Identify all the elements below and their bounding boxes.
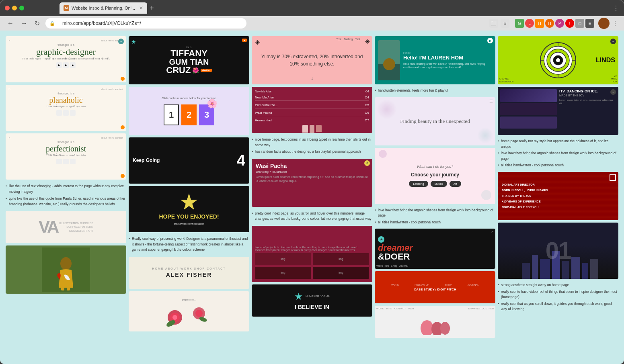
ext-4[interactable]: H: [545, 19, 554, 28]
new-tab-button[interactable]: +: [150, 4, 154, 12]
note-2-1: Really cool way of presenting work! Desi…: [129, 236, 249, 253]
card-floral[interactable]: graphic des...: [129, 291, 249, 331]
card-dreamer-doer[interactable]: ★ dreamer &DOER ↗ WorkInfoShopJournal: [375, 229, 495, 269]
bottle-3: [316, 125, 322, 133]
fortune-num-1[interactable]: 1: [164, 104, 179, 125]
ext-5[interactable]: P: [555, 19, 564, 28]
ext-8[interactable]: ≡: [585, 19, 594, 28]
card-nav-2: [9, 110, 123, 116]
fortune-num-2[interactable]: 2: [181, 104, 197, 125]
perfume-bottles: [255, 125, 369, 133]
browser-extensions: G L H H P ! ⬡ ≡: [515, 19, 594, 28]
watercolor-2: [477, 127, 493, 143]
bookmark-icon[interactable]: ☆: [501, 19, 509, 28]
chrome-menu[interactable]: ⋮: [612, 20, 618, 27]
tabs-list-button[interactable]: ⋮: [613, 4, 619, 12]
nav-dot-b: [63, 110, 69, 116]
linds-arrow[interactable]: →: [610, 39, 616, 44]
ylimay-text: Ylimay is 70% extraverted, 20% introvert…: [257, 53, 367, 67]
active-tab[interactable]: M Website Inspo & Planning, Onl... ✕: [60, 2, 147, 14]
journey-btn-1[interactable]: Lettering: [409, 181, 428, 187]
card-fortune[interactable]: Click on the numbers below for your fort…: [129, 87, 249, 135]
card-arrow-1[interactable]: →: [118, 39, 124, 44]
card-hope-enjoyed[interactable]: HOPE YOU ENJOYED! thisisawebsitebythedes…: [129, 186, 249, 232]
card-alex-fisher[interactable]: HOME ABOUT WORK SHOP CONTACT ALEX FISHER: [129, 257, 249, 289]
journey-btn-3[interactable]: Art: [450, 181, 461, 187]
wasi-body: Lorem ipsum dolor sit amet, consectetur …: [256, 175, 368, 183]
back-button[interactable]: ←: [6, 19, 15, 28]
reload-button[interactable]: ↻: [33, 19, 41, 28]
project-thumbnails: img img img img: [255, 253, 369, 279]
user-avatar[interactable]: [598, 18, 610, 29]
note-1-1: like the use of text changing - adds int…: [6, 184, 126, 194]
card-linds[interactable]: →: [498, 36, 618, 84]
column-2: ★ ▲ is a TIFFANY GUM TIAN CRUZ 🌺 she/her: [129, 36, 249, 358]
keep-going-num: 4: [237, 152, 245, 169]
card-digital-art[interactable]: DIGITAL ART DIRECTOR BORN IN SEOUL, LIVI…: [498, 172, 618, 220]
journey-btn-2[interactable]: Murals: [431, 181, 447, 187]
card-perfectionist[interactable]: haboutworkcontact thaongoc is a perfecti…: [6, 133, 126, 180]
minimize-button[interactable]: [12, 6, 17, 10]
itv-img-1: [500, 89, 557, 102]
lauren-text: Hello! Hello! I'M LAUREN HOM I'm a hand-…: [403, 51, 492, 69]
card-subtitle-1: Tôi là Thảo Ngọc — người bạn thân thiết …: [9, 57, 123, 61]
card-drawing-together[interactable]: WORKINFOCONTACTPLAY DRAWING TOGETHER: [375, 306, 495, 338]
lauren-hello: Hello!: [403, 51, 492, 54]
dreamer-bottom-nav: WorkInfoShopJournal: [376, 264, 408, 267]
tab-bar: M Website Inspo & Planning, Onl... ✕ +: [27, 2, 606, 14]
card-keep-going[interactable]: Keep Going 4: [129, 137, 249, 184]
card-va[interactable]: VA ILLUSTRATION BUNDLESSURFACE PATTERNCO…: [6, 211, 126, 243]
card-city-01[interactable]: 01: [498, 223, 618, 279]
journey-sub: Choose your journey: [411, 172, 459, 178]
eye-svg: [540, 42, 576, 78]
ext-3[interactable]: H: [535, 19, 544, 28]
card-believe[interactable]: ★ HI MAKER JOSMA I BELIEVE IN: [252, 284, 372, 317]
mini-nav-1: haboutworkcontact: [9, 39, 123, 42]
card-planaholic[interactable]: haboutworkcontact thaongoc is a planahol…: [6, 85, 126, 131]
ext-1[interactable]: G: [515, 19, 524, 28]
white-square: [610, 174, 616, 181]
thumb-2: img: [313, 253, 369, 265]
card-graphic-designer[interactable]: haboutworkcontact thaongoc is a graphic-…: [6, 36, 126, 82]
ext-6[interactable]: !: [565, 19, 574, 28]
card-index[interactable]: New Me AltarO4 New Me Altar O4 Primorata…: [252, 87, 372, 133]
card-ylimay[interactable]: ✳ Ylimay is 70% extraverted, 20% introve…: [252, 36, 372, 84]
close-button[interactable]: [5, 6, 10, 10]
ext-7[interactable]: ⬡: [575, 19, 584, 28]
tab-close-button[interactable]: ✕: [139, 5, 143, 11]
note-5-5: really cool to have video reel of things…: [498, 289, 618, 300]
lock-icon: 🔒: [49, 21, 55, 26]
ext-2[interactable]: L: [525, 19, 534, 28]
card-choose-journey[interactable]: What can I do for you? Choose your journ…: [375, 148, 495, 204]
card-itv[interactable]: → ITV. DANCING ON ICE. MAD: [498, 87, 618, 135]
ylimay-star: ✳: [365, 38, 370, 45]
nav-dot-e: [63, 159, 69, 164]
card-tiffany[interactable]: ★ ▲ is a TIFFANY GUM TIAN CRUZ 🌺 she/her: [129, 36, 249, 84]
wasi-pacha-sub: Branding + Illustration: [256, 170, 368, 174]
card-lauren-hom[interactable]: Hello! Hello! I'M LAUREN HOM I'm a hand-…: [375, 36, 495, 84]
miro-canvas[interactable]: haboutworkcontact thaongoc is a graphic-…: [0, 31, 624, 364]
card-wasi-pacha[interactable]: Wasi Pacha Branding + Illustration Lorem…: [252, 159, 372, 207]
tiffany-line2: TIFFANY: [166, 49, 211, 58]
bottle-1: [302, 125, 308, 133]
mini-nav-2: haboutworkcontact: [9, 88, 123, 90]
tab-label: Website Inspo & Planning, Onl...: [72, 6, 135, 10]
svg-rect-33: [582, 263, 588, 279]
url-container[interactable]: 🔒: [45, 18, 246, 29]
hi-maker: HI MAKER JOSMA: [306, 295, 330, 298]
fortune-num-3[interactable]: 3 🌸: [199, 104, 214, 125]
itv-arrow[interactable]: →: [610, 89, 616, 95]
lauren-name: Hello! I'M LAUREN HOM: [403, 55, 492, 61]
maximize-button[interactable]: [19, 6, 24, 10]
extensions-icon[interactable]: ⬜: [489, 19, 498, 28]
card-illustration[interactable]: [6, 245, 126, 294]
card-case-study[interactable]: WORK FOLLOW-UP SHOP JOURNAL CASE STUDY /…: [375, 271, 495, 303]
svg-rect-3: [67, 286, 70, 290]
svg-point-16: [440, 322, 450, 335]
forward-button[interactable]: →: [19, 19, 29, 28]
url-input[interactable]: [57, 18, 242, 28]
dreamer-text: dreamer: [378, 243, 492, 252]
card-finding-beauty[interactable]: Finding beauty in the unexpected ☰: [375, 97, 495, 145]
card-wasi-big[interactable]: layout of projects is nice too, like how…: [252, 226, 372, 282]
svg-rect-27: [522, 263, 530, 279]
